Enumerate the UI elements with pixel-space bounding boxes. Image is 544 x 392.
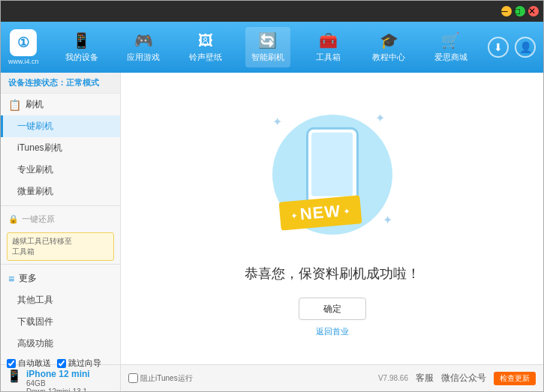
- toolbox-label: 工具箱: [316, 52, 341, 63]
- my-device-label: 我的设备: [65, 52, 98, 63]
- skip-wizard-checkbox[interactable]: 跳过向导: [57, 358, 101, 369]
- wallpaper-icon: 🖼: [198, 32, 213, 49]
- sidebar-item-advanced[interactable]: 高级功能: [1, 333, 120, 355]
- bottom-mid-section: 阻止iTunes运行: [121, 373, 371, 384]
- stop-itunes-label: 阻止iTunes运行: [140, 373, 193, 384]
- flash-group-label: 刷机: [26, 98, 44, 111]
- skip-wizard-input[interactable]: [57, 359, 66, 368]
- bottom-left-section: 自动敢送 跳过向导 📱 iPhone 12 mini 64GB Down-12m…: [1, 365, 121, 391]
- toolbox-icon: 🧰: [319, 31, 338, 49]
- smart-flash-label: 智能刷机: [251, 52, 284, 63]
- titlebar: ─ □ ✕: [1, 1, 543, 22]
- retry-link[interactable]: 返回首业: [316, 326, 349, 337]
- device-details: iPhone 12 mini 64GB Down-12mini-13,1: [26, 369, 90, 392]
- nav-apps-games[interactable]: 🎮 应用游戏: [121, 27, 166, 67]
- wechat-public-link[interactable]: 微信公众号: [441, 372, 486, 385]
- smart-flash-icon: 🔄: [258, 31, 277, 49]
- status-value: 正常模式: [66, 78, 99, 87]
- sidebar-item-one-key-flash[interactable]: 一键刷机: [1, 115, 120, 137]
- divider-1: [1, 205, 120, 206]
- sidebar-item-micro-flash[interactable]: 微量刷机: [1, 181, 120, 202]
- status-label: 设备连接状态：: [8, 78, 66, 87]
- skip-wizard-label: 跳过向导: [68, 358, 101, 369]
- nav-my-device[interactable]: 📱 我的设备: [59, 27, 104, 67]
- sidebar-group-flash[interactable]: 📋 刷机: [1, 94, 120, 115]
- sparkle-1: ✦: [272, 115, 282, 129]
- main-content: NEW ✦ ✦ ✦ 恭喜您，保资料刷机成功啦！ 确定 返回首业: [121, 73, 543, 364]
- divider-2: [1, 264, 120, 265]
- user-button[interactable]: 👤: [515, 37, 536, 58]
- device-version: Down-12mini-13,1: [26, 388, 90, 392]
- bottom-bar: 自动敢送 跳过向导 📱 iPhone 12 mini 64GB Down-12m…: [1, 364, 543, 391]
- download-firmware-label: 下载固件: [17, 316, 53, 327]
- sidebar-group-more[interactable]: ≡ 更多: [1, 268, 120, 289]
- itunes-flash-label: iTunes刷机: [17, 142, 62, 153]
- sparkle-3: ✦: [383, 213, 392, 227]
- logo-icon: ①: [10, 29, 37, 56]
- nav: 📱 我的设备 🎮 应用游戏 🖼 铃声壁纸 🔄 智能刷机 🧰 工具箱 🎓: [51, 27, 482, 67]
- auto-send-label: 自动敢送: [18, 358, 51, 369]
- jailbreak-note-text: 越狱工具已转移至工具箱: [12, 237, 72, 256]
- lock-icon: 🔒: [8, 214, 19, 224]
- i4-mall-label: 爱思商城: [434, 52, 467, 63]
- other-tools-label: 其他工具: [17, 295, 53, 305]
- bottom-right-section: V7.98.66 客服 微信公众号 检查更新: [371, 372, 543, 385]
- logo-url: www.i4.cn: [8, 58, 39, 65]
- nav-tutorials[interactable]: 🎓 教程中心: [366, 27, 411, 67]
- pro-flash-label: 专业刷机: [17, 164, 53, 175]
- sidebar-item-pro-flash[interactable]: 专业刷机: [1, 159, 120, 181]
- apps-games-icon: 🎮: [134, 31, 153, 49]
- flash-group-icon: 📋: [8, 99, 21, 111]
- status-bar: 设备连接状态：正常模式: [1, 73, 120, 94]
- success-text: 恭喜您，保资料刷机成功啦！: [245, 265, 420, 283]
- close-button[interactable]: ✕: [528, 6, 539, 16]
- tutorials-label: 教程中心: [372, 52, 405, 63]
- version-label: V7.98.66: [378, 374, 408, 382]
- sidebar: 设备连接状态：正常模式 📋 刷机 一键刷机 iTunes刷机 专业刷机 微量刷机…: [1, 73, 121, 364]
- sidebar-group-restore-locked: 🔒 一键还原: [1, 209, 120, 229]
- sidebar-item-other-tools[interactable]: 其他工具: [1, 289, 120, 311]
- maximize-button[interactable]: □: [515, 6, 525, 16]
- illustration: NEW ✦ ✦ ✦: [257, 100, 407, 250]
- checkbox-row: 自动敢送 跳过向导: [7, 358, 114, 369]
- device-name: iPhone 12 mini: [26, 369, 90, 379]
- stop-itunes-input[interactable]: [128, 373, 138, 383]
- one-key-flash-label: 一键刷机: [17, 121, 53, 131]
- sidebar-item-itunes-flash[interactable]: iTunes刷机: [1, 137, 120, 159]
- jailbreak-note: 越狱工具已转移至工具箱: [7, 232, 114, 261]
- app-window: ─ □ ✕ ① www.i4.cn 📱 我的设备 🎮 应用游戏 🖼 铃声壁纸 🔄: [0, 0, 544, 392]
- nav-toolbox[interactable]: 🧰 工具箱: [307, 27, 349, 67]
- tutorials-icon: 🎓: [380, 31, 398, 49]
- more-group-icon: ≡: [8, 273, 14, 285]
- restore-label: 一键还原: [22, 214, 55, 225]
- advanced-label: 高级功能: [17, 338, 53, 349]
- content-wrapper: 设备连接状态：正常模式 📋 刷机 一键刷机 iTunes刷机 专业刷机 微量刷机…: [1, 73, 543, 364]
- device-info: 📱 iPhone 12 mini 64GB Down-12mini-13,1: [7, 369, 114, 392]
- confirm-button[interactable]: 确定: [299, 298, 366, 320]
- device-phone-icon: 📱: [7, 369, 22, 383]
- apps-games-label: 应用游戏: [127, 52, 160, 63]
- micro-flash-label: 微量刷机: [17, 186, 53, 196]
- wallpaper-label: 铃声壁纸: [189, 52, 222, 63]
- device-storage: 64GB: [26, 379, 90, 388]
- logo: ① www.i4.cn: [8, 29, 39, 65]
- stop-itunes-checkbox[interactable]: 阻止iTunes运行: [128, 373, 193, 384]
- nav-wallpaper[interactable]: 🖼 铃声壁纸: [183, 28, 228, 67]
- auto-send-input[interactable]: [7, 359, 16, 368]
- phone-screen: [311, 132, 353, 196]
- minimize-button[interactable]: ─: [501, 6, 512, 16]
- nav-i4-mall[interactable]: 🛒 爱思商城: [428, 27, 473, 67]
- download-button[interactable]: ⬇: [488, 37, 509, 58]
- header-right: ⬇ 👤: [488, 37, 536, 58]
- nav-smart-flash[interactable]: 🔄 智能刷机: [245, 27, 290, 67]
- sidebar-item-download-firmware[interactable]: 下载固件: [1, 311, 120, 333]
- header: ① www.i4.cn 📱 我的设备 🎮 应用游戏 🖼 铃声壁纸 🔄 智能刷机 …: [1, 22, 543, 73]
- i4-mall-icon: 🛒: [441, 31, 460, 49]
- customer-service-link[interactable]: 客服: [416, 372, 434, 385]
- check-update-button[interactable]: 检查更新: [494, 372, 536, 385]
- auto-send-checkbox[interactable]: 自动敢送: [7, 358, 51, 369]
- more-group-label: 更多: [19, 272, 37, 285]
- my-device-icon: 📱: [72, 31, 91, 49]
- sparkle-2: ✦: [375, 111, 385, 125]
